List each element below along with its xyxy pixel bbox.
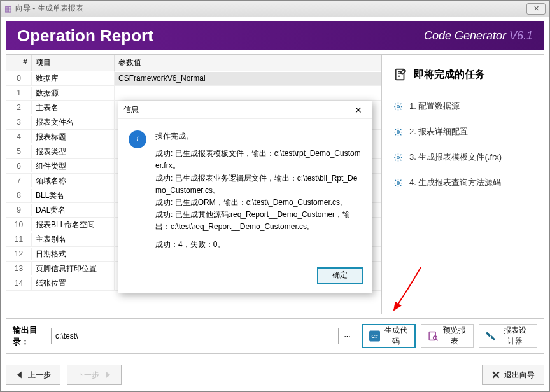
gear-icon bbox=[393, 153, 403, 162]
side-panel: 即将完成的任务 1. 配置数据源2. 报表详细配置3. 生成报表模板文件(.fr… bbox=[382, 55, 544, 314]
output-label: 输出目录： bbox=[13, 325, 46, 347]
task-item: 4. 生成报表查询方法源码 bbox=[393, 177, 532, 188]
app-icon: ▦ bbox=[4, 4, 11, 13]
csharp-icon: C# bbox=[369, 329, 380, 343]
col-header-index: # bbox=[6, 55, 32, 71]
gear-icon bbox=[393, 127, 403, 137]
wizard-nav: 上一步 下一步 退出向导 bbox=[6, 358, 544, 385]
prev-icon bbox=[15, 370, 24, 379]
output-path-input[interactable] bbox=[51, 328, 339, 344]
task-item: 1. 配置数据源 bbox=[393, 101, 532, 112]
svg-point-2 bbox=[397, 130, 400, 133]
col-header-name: 项目 bbox=[32, 55, 115, 71]
dialog-ok-button[interactable]: 确定 bbox=[317, 267, 363, 284]
svg-point-3 bbox=[397, 156, 400, 158]
output-bar: 输出目录： ··· C# 生成代码 预览报表 报表设计器 bbox=[6, 318, 544, 354]
grid-header: # 项目 参数值 bbox=[6, 55, 381, 71]
prev-button[interactable]: 上一步 bbox=[6, 365, 60, 385]
window-close-button[interactable]: ✕ bbox=[526, 3, 546, 15]
task-item: 3. 生成报表模板文件(.frx) bbox=[393, 151, 532, 163]
gear-icon bbox=[393, 178, 403, 188]
output-path-box: ··· bbox=[51, 328, 356, 344]
browse-button[interactable]: ··· bbox=[339, 328, 356, 344]
generate-code-button[interactable]: C# 生成代码 bbox=[362, 324, 416, 348]
svg-point-1 bbox=[397, 105, 400, 108]
exit-button[interactable]: 退出向导 bbox=[482, 365, 544, 385]
designer-icon bbox=[486, 329, 497, 343]
dialog-message: 操作完成。 成功: 已生成报表模板文件，输出：c:\test\rpt_Demo_… bbox=[155, 130, 362, 256]
dialog-titlebar: 信息 ✕ bbox=[118, 101, 372, 119]
brand: Code Generator V6.1 bbox=[424, 29, 533, 43]
side-title: 即将完成的任务 bbox=[393, 67, 532, 81]
banner: Operation Report Code Generator V6.1 bbox=[6, 21, 544, 50]
report-designer-button[interactable]: 报表设计器 bbox=[479, 324, 537, 348]
tasks-icon bbox=[393, 67, 407, 81]
dialog-close-button[interactable]: ✕ bbox=[350, 104, 367, 116]
page-title: Operation Report bbox=[17, 26, 424, 46]
exit-icon bbox=[491, 370, 500, 379]
info-icon: i bbox=[129, 130, 146, 148]
preview-report-button[interactable]: 预览报表 bbox=[421, 324, 474, 348]
task-item: 2. 报表详细配置 bbox=[393, 126, 532, 137]
next-icon bbox=[103, 370, 112, 379]
preview-icon bbox=[428, 329, 439, 343]
table-row[interactable]: 0数据库CSFrameworkV6_Normal bbox=[6, 71, 381, 86]
svg-point-4 bbox=[397, 181, 400, 184]
svg-point-8 bbox=[433, 336, 437, 340]
info-dialog: 信息 ✕ i 操作完成。 成功: 已生成报表模板文件，输出：c:\test\rp… bbox=[118, 101, 372, 293]
dialog-title: 信息 bbox=[123, 104, 139, 115]
next-button[interactable]: 下一步 bbox=[67, 365, 122, 385]
window-title: 向导 - 生成单表报表 bbox=[15, 3, 83, 14]
col-header-value: 参数值 bbox=[115, 55, 381, 71]
table-row[interactable]: 1数据源 bbox=[6, 86, 381, 101]
gear-icon bbox=[393, 102, 403, 111]
svg-text:C#: C# bbox=[372, 333, 379, 339]
titlebar: ▦ 向导 - 生成单表报表 ✕ bbox=[1, 1, 549, 17]
